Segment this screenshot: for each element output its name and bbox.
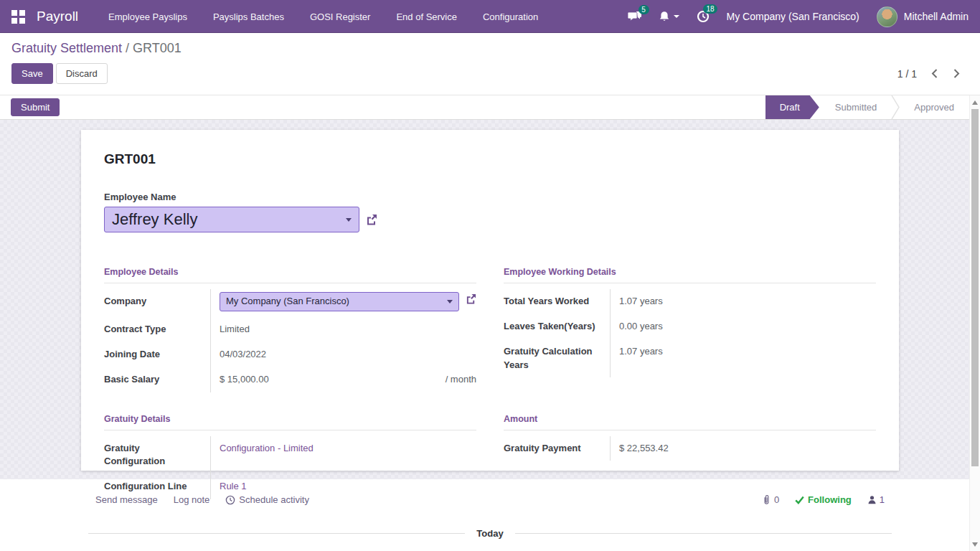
section-title: Amount xyxy=(504,414,876,430)
apps-grid-icon[interactable] xyxy=(11,10,25,24)
leaves-taken-label: Leaves Taken(Years) xyxy=(504,314,610,339)
today-divider: Today xyxy=(88,528,892,539)
field-row-company: Company My Company (San Francisco) xyxy=(104,289,476,317)
contract-type-value: Limited xyxy=(220,323,250,336)
status-step-draft[interactable]: Draft xyxy=(765,95,819,119)
field-row-joining-date: Joining Date 04/03/2022 xyxy=(104,342,476,367)
gratuity-calculation-years-value: 1.07 years xyxy=(619,345,663,359)
submit-button[interactable]: Submit xyxy=(11,98,60,116)
chevron-right-icon xyxy=(953,69,960,78)
vertical-scrollbar[interactable] xyxy=(969,95,980,551)
messages-badge: 5 xyxy=(639,5,649,14)
check-icon xyxy=(795,496,804,504)
menu-configuration[interactable]: Configuration xyxy=(483,9,538,25)
statusbar: Submit Draft Submitted Approved xyxy=(0,95,980,120)
field-row-gratuity-payment: Gratuity Payment $ 22,553.42 xyxy=(504,436,876,461)
basic-salary-value: $ 15,000.00 xyxy=(220,373,269,387)
notifications-button[interactable] xyxy=(659,11,679,23)
field-row-leaves-taken: Leaves Taken(Years) 0.00 years xyxy=(504,314,876,339)
company-label: Company xyxy=(104,289,210,317)
section-employee-details: Employee Details Company My Company (San… xyxy=(104,267,476,392)
basic-salary-suffix: / month xyxy=(446,373,476,387)
app-name[interactable]: Payroll xyxy=(37,9,78,24)
attachments-button[interactable]: 0 xyxy=(762,494,779,505)
section-title: Employee Details xyxy=(104,267,476,283)
form-sheet: GRT001 Employee Name Jeffrey Kelly Emplo… xyxy=(81,130,899,471)
chevron-left-icon xyxy=(931,69,938,78)
section-gratuity-details: Gratuity Details Gratuity Configuration … xyxy=(104,414,476,500)
employee-name-value: Jeffrey Kelly xyxy=(112,210,346,229)
send-message-button[interactable]: Send message xyxy=(95,494,158,505)
gratuity-calculation-years-label: Gratuity Calculation Years xyxy=(504,339,610,378)
paperclip-icon xyxy=(762,494,771,505)
user-name: Mitchell Admin xyxy=(904,11,969,22)
menu-payslips-batches[interactable]: Payslips Batches xyxy=(213,9,284,25)
field-row-contract-type: Contract Type Limited xyxy=(104,317,476,342)
clock-icon xyxy=(225,495,235,505)
company-switcher[interactable]: My Company (San Francisco) xyxy=(727,11,859,22)
log-note-button[interactable]: Log note xyxy=(174,494,210,505)
breadcrumb-separator: / xyxy=(122,41,133,55)
pager-count: 1 / 1 xyxy=(897,68,917,80)
external-link-icon[interactable] xyxy=(466,293,476,304)
scroll-down-icon[interactable] xyxy=(972,542,978,547)
followers-button[interactable]: 1 xyxy=(867,494,885,505)
followers-count: 1 xyxy=(880,494,885,505)
company-value: My Company (San Francisco) xyxy=(226,295,447,309)
joining-date-value: 04/03/2022 xyxy=(220,348,266,362)
joining-date-label: Joining Date xyxy=(104,342,210,367)
pager: 1 / 1 xyxy=(897,67,961,80)
menu-end-of-service[interactable]: End of Service xyxy=(396,9,457,25)
breadcrumb-parent[interactable]: Gratuity Settlement xyxy=(11,41,122,55)
save-button[interactable]: Save xyxy=(11,63,53,84)
company-select[interactable]: My Company (San Francisco) xyxy=(220,292,459,311)
messages-button[interactable]: 5 xyxy=(628,11,641,23)
breadcrumb: Gratuity Settlement/GRT001 xyxy=(11,41,969,56)
employee-name-field[interactable]: Jeffrey Kelly xyxy=(104,207,359,232)
status-steps: Draft Submitted Approved xyxy=(765,95,969,119)
gratuity-payment-value: $ 22,553.42 xyxy=(619,442,669,456)
status-step-submitted[interactable]: Submitted xyxy=(821,95,892,119)
scrollbar-thumb[interactable] xyxy=(971,109,979,466)
scroll-up-icon[interactable] xyxy=(972,100,978,105)
external-link-icon[interactable] xyxy=(366,214,377,225)
user-menu[interactable]: Mitchell Admin xyxy=(877,6,969,27)
gratuity-configuration-link[interactable]: Configuration - Limited xyxy=(220,442,314,456)
form-background: GRT001 Employee Name Jeffrey Kelly Emplo… xyxy=(0,120,980,479)
breadcrumb-current: GRT001 xyxy=(133,41,182,55)
section-title: Gratuity Details xyxy=(104,414,476,430)
gratuity-configuration-label: Gratuity Configuration xyxy=(104,436,210,475)
employee-name-label: Employee Name xyxy=(104,192,876,202)
following-button[interactable]: Following xyxy=(795,494,852,505)
menu-gosi-register[interactable]: GOSI Register xyxy=(310,9,371,25)
field-row-total-years-worked: Total Years Worked 1.07 years xyxy=(504,289,876,314)
leaves-taken-value: 0.00 years xyxy=(619,320,663,334)
user-avatar xyxy=(877,6,897,27)
configuration-line-link[interactable]: Rule 1 xyxy=(220,480,247,494)
record-title: GRT001 xyxy=(104,151,876,167)
control-panel: Gratuity Settlement/GRT001 Save Discard … xyxy=(0,33,980,95)
section-title: Employee Working Details xyxy=(504,267,876,283)
pager-previous-button[interactable] xyxy=(930,67,939,80)
activities-badge: 18 xyxy=(703,4,717,14)
attachments-count: 0 xyxy=(774,494,779,505)
section-amount: Amount Gratuity Payment $ 22,553.42 xyxy=(504,414,876,500)
field-row-basic-salary: Basic Salary $ 15,000.00 / month xyxy=(104,367,476,392)
main-menu: Employee Payslips Payslips Batches GOSI … xyxy=(108,9,538,25)
activities-button[interactable]: 18 xyxy=(697,10,710,23)
basic-salary-label: Basic Salary xyxy=(104,367,210,392)
schedule-activity-button[interactable]: Schedule activity xyxy=(225,494,309,505)
status-step-approved[interactable]: Approved xyxy=(900,95,969,119)
total-years-worked-label: Total Years Worked xyxy=(504,289,610,314)
field-row-gratuity-configuration: Gratuity Configuration Configuration - L… xyxy=(104,436,476,475)
discard-button[interactable]: Discard xyxy=(56,63,108,84)
contract-type-label: Contract Type xyxy=(104,317,210,342)
dropdown-caret-icon[interactable] xyxy=(447,300,453,303)
gratuity-payment-label: Gratuity Payment xyxy=(504,436,610,461)
follower-person-icon xyxy=(867,495,877,504)
dropdown-caret-icon[interactable] xyxy=(346,218,352,222)
menu-employee-payslips[interactable]: Employee Payslips xyxy=(108,9,187,25)
pager-next-button[interactable] xyxy=(952,67,961,80)
caret-down-icon xyxy=(674,15,679,18)
section-employee-working-details: Employee Working Details Total Years Wor… xyxy=(504,267,876,392)
